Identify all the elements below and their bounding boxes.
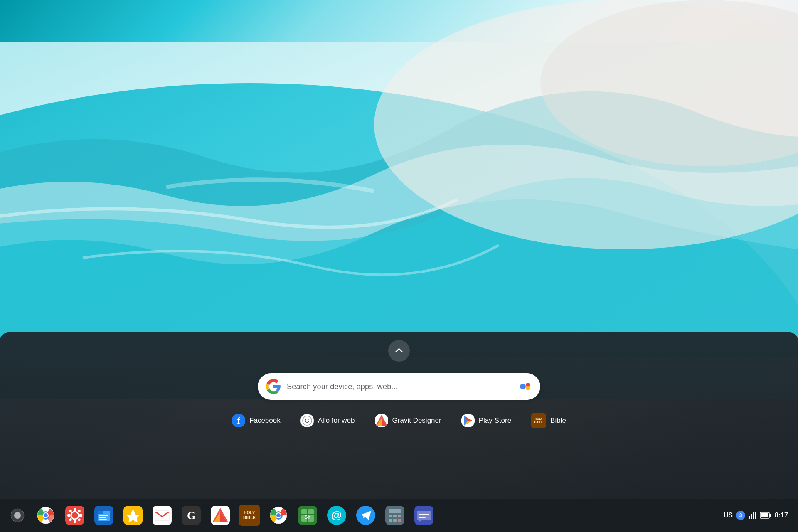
svg-rect-32 [99,515,108,516]
svg-rect-48 [308,509,314,514]
svg-rect-34 [99,519,107,520]
taskbar-keep[interactable] [120,502,146,529]
svg-text:Sh: Sh [305,515,310,520]
taskbar-messages[interactable] [411,502,437,529]
svg-point-6 [526,386,530,390]
taskbar-apps: G HOLY BIBLE [7,502,724,529]
svg-text:@: @ [331,509,342,521]
svg-rect-38 [155,511,169,512]
taskbar-typora[interactable]: G [178,502,204,529]
taskbar-shiftit[interactable]: Sh [294,502,321,529]
search-placeholder-text: Search your device, apps, web... [287,382,511,391]
launcher-collapse-button[interactable] [388,340,410,362]
svg-point-4 [520,384,526,389]
svg-rect-23 [67,514,71,517]
svg-text:G: G [305,417,309,424]
notification-badge[interactable]: 3 [736,511,745,520]
taskbar-gravit[interactable] [207,502,234,529]
system-tray: US 3 8:17 [724,511,791,520]
launcher-toggle-button[interactable] [7,505,28,526]
clock[interactable]: 8:17 [775,512,788,519]
suggested-app-facebook[interactable]: f Facebook [232,414,281,427]
gravit-label: Gravit Designer [392,416,441,425]
search-bar[interactable]: Search your device, apps, web... [258,373,540,400]
battery-icon [760,512,771,519]
svg-rect-37 [155,511,169,521]
svg-rect-56 [389,509,401,513]
suggested-app-bible[interactable]: HOLY BIBLE Bible [531,413,566,428]
playstore-icon [461,414,475,427]
taskbar-calculator[interactable] [382,502,408,529]
svg-rect-60 [389,519,392,522]
svg-rect-33 [99,517,106,518]
suggested-app-allo[interactable]: G Allo for web [300,414,355,427]
svg-rect-24 [79,514,82,517]
svg-rect-31 [98,511,103,514]
taskbar-files[interactable] [91,502,117,529]
svg-point-18 [44,513,48,517]
svg-rect-22 [74,520,76,523]
facebook-label: Facebook [249,416,281,425]
svg-point-45 [276,513,281,517]
suggested-app-gravit[interactable]: Gravit Designer [375,414,441,427]
bible-icon: HOLY BIBLE [531,413,546,428]
google-g-logo [266,379,281,394]
svg-point-14 [14,512,21,519]
svg-rect-65 [419,514,429,515]
taskbar-settings[interactable] [62,502,88,529]
bible-label: Bible [550,416,566,425]
svg-rect-64 [417,511,431,520]
locale-label: US [724,512,733,519]
wifi-icon [749,512,756,519]
svg-rect-69 [761,513,768,517]
svg-rect-21 [74,508,76,511]
svg-rect-59 [398,515,401,517]
svg-rect-58 [393,515,397,517]
suggested-apps-row: f Facebook G Allo for web [232,413,566,428]
facebook-icon: f [232,414,245,427]
svg-rect-66 [419,517,426,518]
svg-rect-61 [393,519,397,522]
allo-label: Allo for web [318,416,355,425]
allo-icon: G [300,414,314,427]
google-assistant-icon[interactable] [517,379,532,394]
svg-rect-62 [398,519,401,522]
taskbar-bible[interactable]: HOLY BIBLE [236,502,263,529]
svg-rect-47 [301,509,307,514]
taskbar-chrome2[interactable] [265,502,292,529]
svg-rect-57 [389,515,392,517]
taskbar-emailspring[interactable]: @ [323,502,350,529]
taskbar: G HOLY BIBLE [0,499,798,532]
taskbar-telegram[interactable] [352,502,379,529]
gravit-icon [375,414,388,427]
suggested-app-playstore[interactable]: Play Store [461,414,511,427]
playstore-label: Play Store [479,416,511,425]
svg-text:G: G [187,510,195,522]
taskbar-gmail[interactable] [149,502,175,529]
svg-rect-68 [769,514,771,517]
taskbar-chrome[interactable] [32,502,59,529]
